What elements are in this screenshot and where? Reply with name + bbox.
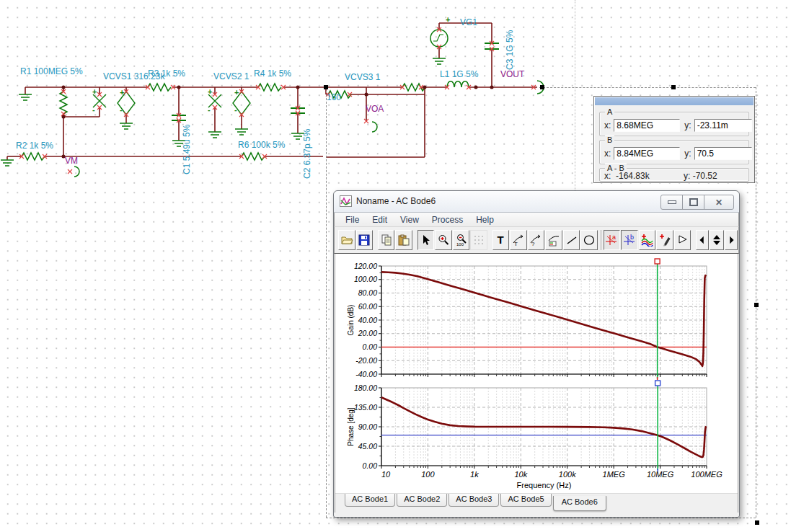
zoom-out-100-button[interactable]: 100 [453,230,470,250]
slope-marker-button[interactable] [674,230,691,250]
svg-text:-: - [92,105,95,114]
cursor-a-y-field[interactable] [694,119,752,132]
menu-item-edit[interactable]: Edit [366,213,394,226]
component-label[interactable]: VOUT [500,69,524,79]
menu-item-view[interactable]: View [394,213,425,226]
component-label[interactable]: 160 [327,92,341,102]
window-title: Noname - AC Bode6 [356,196,436,206]
component-label[interactable]: C1 5.49u 5% [182,125,192,174]
component-label[interactable]: R1 100MEG 5% [20,66,83,76]
maximize-button[interactable] [682,195,704,210]
set-scale-button[interactable]: T [510,230,527,250]
svg-text:20.00: 20.00 [358,329,377,337]
component-label[interactable]: R4 1k 5% [254,68,291,79]
cursor-a-x-field[interactable] [614,119,680,132]
svg-text:-: - [234,105,237,114]
component-label[interactable]: C3 1G 5% [505,30,515,70]
legend-button[interactable] [545,230,562,250]
group-b-legend: B [605,136,614,144]
component-label[interactable]: VG1 [460,17,477,27]
zoom-out-100-icon: 100 [455,234,468,247]
svg-text:100: 100 [421,470,435,479]
cursor-a-handle[interactable] [655,259,660,264]
page-right-button[interactable] [725,230,738,250]
svg-text:180.00: 180.00 [354,384,377,392]
save-icon [358,234,371,247]
svg-text:?: ? [531,241,535,247]
open-button[interactable] [338,230,355,250]
component-label[interactable]: C2 6.37p 5% [302,129,312,179]
svg-text:135.00: 135.00 [354,403,377,412]
add-curve-button[interactable] [639,230,656,250]
svg-text:80.00: 80.00 [358,288,377,297]
svg-text:T: T [498,234,504,246]
svg-text:100.00: 100.00 [354,275,377,283]
ab-y-value: y: -70.52 [684,171,717,181]
svg-text:0.00: 0.00 [363,342,378,351]
set-scale-icon: T [512,234,525,247]
cursor-ab-group: A - B x: -164.83k y: -70.52 [599,168,749,182]
selection-handle[interactable] [755,520,759,525]
tab-ac-bode3[interactable]: AC Bode3 [448,494,499,507]
tab-ac-bode2[interactable]: AC Bode2 [397,494,447,507]
component-label[interactable]: R6 100k 5% [238,140,285,150]
page-left-button[interactable] [696,230,709,250]
cursor-b-handle[interactable] [655,381,660,386]
cursor-b-x-field[interactable] [614,147,680,160]
component-label[interactable]: L1 1G 5% [440,69,478,79]
cursor-a-button[interactable]: a [604,230,621,250]
svg-text:+: + [92,87,97,96]
page-updown-button[interactable] [710,230,724,250]
svg-text:T: T [514,241,518,247]
menu-bar: FileEditViewProcessHelp [334,213,739,227]
component-label[interactable]: R3 1k 5% [148,68,185,79]
marker-pen-button[interactable] [656,230,673,250]
text-button[interactable]: T [492,230,510,250]
selection-handle[interactable] [324,85,328,89]
component-label[interactable]: VM [65,156,78,166]
panel-grip[interactable] [595,97,754,105]
component-label[interactable]: VCVS2 1 [213,71,249,81]
svg-text:+: + [208,87,212,96]
chart-client-area: 120.00100.0080.0060.0040.0020.000.00-20.… [335,254,738,513]
ab-x-value: x: -164.83k [604,171,684,181]
line-button[interactable] [563,230,580,250]
window-icon [340,195,352,207]
copy-button[interactable] [378,230,395,250]
minimize-button[interactable] [660,195,683,210]
component-label[interactable]: VCVS3 1 [345,72,380,82]
save-button[interactable] [356,230,374,250]
svg-text:0.00: 0.00 [363,461,378,470]
svg-text:100k: 100k [559,470,576,479]
paste-button[interactable] [395,230,412,250]
component-label[interactable]: R2 1k 5% [16,141,53,151]
title-bar[interactable]: Noname - AC Bode6 ✕ [334,191,739,213]
component-label[interactable]: VOA [366,104,384,114]
legend-icon [547,234,560,247]
curve-query-button[interactable]: ? [528,230,545,250]
tab-ac-bode5[interactable]: AC Bode5 [500,494,551,507]
tab-ac-bode1[interactable]: AC Bode1 [345,494,395,507]
selection-handle[interactable] [540,85,544,89]
svg-text:60.00: 60.00 [358,302,377,311]
cursor-b-y-field[interactable] [694,147,752,160]
close-button[interactable]: ✕ [704,195,734,210]
menu-item-process[interactable]: Process [425,213,469,226]
grid-button[interactable] [470,230,487,250]
svg-text:1k: 1k [470,470,479,479]
selection-handle[interactable] [754,303,759,307]
selection-handle[interactable] [671,85,676,89]
select-arrow-button[interactable] [417,230,435,250]
cursor-b-button[interactable]: b [621,230,638,250]
menu-item-help[interactable]: Help [469,213,500,226]
tab-ac-bode6[interactable]: AC Bode6 [553,496,606,511]
close-icon: ✕ [715,198,722,207]
menu-item-file[interactable]: File [339,213,366,226]
page-left-icon [697,234,708,247]
ellipse-button[interactable] [580,230,598,250]
paste-icon [397,234,410,247]
svg-text:45.00: 45.00 [358,442,377,451]
zoom-in-button[interactable] [435,230,452,250]
svg-text:10k: 10k [514,470,527,479]
copy-icon [380,234,393,247]
